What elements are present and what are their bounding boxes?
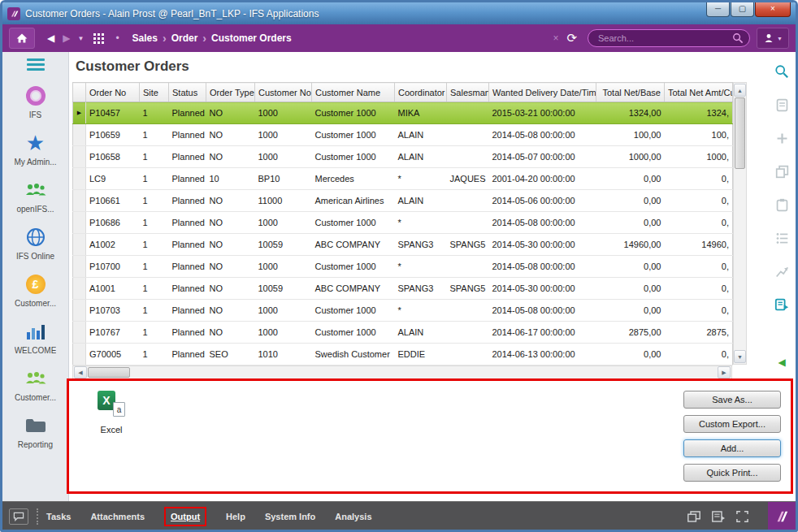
row-selector[interactable] xyxy=(73,124,86,146)
menu-icon[interactable] xyxy=(27,58,45,71)
table-cell[interactable]: NO xyxy=(206,190,255,212)
table-cell[interactable]: 0,00 xyxy=(596,190,665,212)
add-icon[interactable] xyxy=(774,130,790,146)
table-cell[interactable]: P10703 xyxy=(86,300,140,322)
table-cell[interactable]: 1 xyxy=(140,344,169,365)
feedback-button[interactable] xyxy=(9,508,28,525)
table-cell[interactable]: Customer 1000 xyxy=(312,146,395,168)
table-cell[interactable]: 0, xyxy=(665,256,733,278)
col-site[interactable]: Site xyxy=(140,83,169,102)
table-cell[interactable]: 1 xyxy=(140,168,169,190)
table-cell[interactable]: Planned xyxy=(169,322,206,344)
table-cell[interactable]: 1 xyxy=(140,190,169,212)
col-total-net-base[interactable]: Total Net/Base xyxy=(596,83,665,102)
table-cell[interactable]: 1000 xyxy=(255,124,312,146)
table-cell[interactable]: 1324, xyxy=(665,102,733,124)
table-cell[interactable]: 14960, xyxy=(665,234,733,256)
forward-button[interactable]: ▶ xyxy=(63,32,70,44)
search-input[interactable] xyxy=(588,29,750,47)
breadcrumb-order[interactable]: Order xyxy=(171,32,198,44)
table-cell[interactable]: P10686 xyxy=(86,212,140,234)
vertical-scrollbar[interactable]: ▲ ▼ xyxy=(733,82,747,365)
table-cell[interactable]: ALAIN xyxy=(395,322,447,344)
row-selector[interactable] xyxy=(73,190,86,212)
table-cell[interactable]: SPANG5 xyxy=(447,234,489,256)
table-cell[interactable]: 1 xyxy=(140,278,169,300)
col-status[interactable]: Status xyxy=(169,83,206,102)
table-row[interactable]: ▶P104571PlannedNO1000Customer 1000MIKA20… xyxy=(73,102,733,124)
table-cell[interactable]: 2014-05-08 00:00:00 xyxy=(489,124,596,146)
table-cell[interactable]: A1002 xyxy=(86,234,140,256)
sidebar-item-ifs[interactable]: IFS xyxy=(2,84,68,119)
excel-output-item[interactable]: X a Excel xyxy=(89,391,134,483)
table-cell[interactable]: 0, xyxy=(665,278,733,300)
note-icon[interactable] xyxy=(774,97,790,113)
table-cell[interactable]: * xyxy=(395,212,447,234)
table-cell[interactable]: American Airlines xyxy=(312,190,395,212)
table-cell[interactable]: 10059 xyxy=(255,234,312,256)
col-order-no[interactable]: Order No xyxy=(86,83,140,102)
col-wanted-delivery[interactable]: Wanted Delivery Date/Time xyxy=(489,83,596,102)
table-cell[interactable]: 1 xyxy=(140,256,169,278)
cancel-icon[interactable]: × xyxy=(553,32,558,44)
scroll-left-button[interactable]: ◀ xyxy=(74,366,87,378)
table-cell[interactable]: ALAIN xyxy=(395,190,447,212)
table-cell[interactable]: * xyxy=(395,168,447,190)
table-cell[interactable]: 0,00 xyxy=(596,278,665,300)
table-row[interactable]: A10011PlannedNO10059ABC COMPANYSPANG3SPA… xyxy=(73,278,733,300)
table-row[interactable]: G700051PlannedSEO1010Swedish CustomerEDD… xyxy=(73,344,733,365)
table-cell[interactable]: EDDIE xyxy=(395,344,447,365)
table-cell[interactable] xyxy=(447,212,489,234)
table-cell[interactable]: Mercedes xyxy=(312,168,395,190)
table-cell[interactable]: NO xyxy=(206,102,255,124)
row-selector[interactable] xyxy=(73,256,86,278)
table-cell[interactable]: P10457 xyxy=(86,102,140,124)
col-coordinator[interactable]: Coordinator xyxy=(395,83,447,102)
table-cell[interactable]: 10059 xyxy=(255,278,312,300)
table-cell[interactable]: NO xyxy=(206,256,255,278)
col-salesman[interactable]: Salesman xyxy=(447,83,489,102)
table-cell[interactable]: Planned xyxy=(169,278,206,300)
scroll-right-button[interactable]: ▶ xyxy=(718,366,731,378)
row-selector[interactable] xyxy=(73,146,86,168)
table-cell[interactable]: 100, xyxy=(665,124,733,146)
table-cell[interactable]: NO xyxy=(206,322,255,344)
table-cell[interactable]: NO xyxy=(206,234,255,256)
col-customer-name[interactable]: Customer Name xyxy=(312,83,395,102)
select-all-header[interactable] xyxy=(73,83,86,102)
copy-window-icon[interactable] xyxy=(774,163,790,179)
custom-export-button[interactable]: Custom Export... xyxy=(683,415,781,433)
tab-output[interactable]: Output xyxy=(171,512,200,521)
table-cell[interactable]: Customer 1000 xyxy=(312,124,395,146)
table-cell[interactable]: 14960,00 xyxy=(596,234,665,256)
table-cell[interactable]: * xyxy=(395,300,447,322)
table-cell[interactable]: 2001-04-20 00:00:00 xyxy=(489,168,596,190)
table-cell[interactable] xyxy=(447,300,489,322)
table-cell[interactable]: 1 xyxy=(140,322,169,344)
table-cell[interactable]: Planned xyxy=(169,168,206,190)
table-cell[interactable]: 1 xyxy=(140,234,169,256)
ifs-logo[interactable] xyxy=(768,502,796,531)
table-cell[interactable]: ALAIN xyxy=(395,124,447,146)
table-cell[interactable]: 2014-05-30 00:00:00 xyxy=(489,234,596,256)
table-cell[interactable] xyxy=(447,102,489,124)
row-selector[interactable] xyxy=(73,300,86,322)
table-cell[interactable]: P10767 xyxy=(86,322,140,344)
row-selector[interactable] xyxy=(73,278,86,300)
table-cell[interactable]: 0,00 xyxy=(596,344,665,365)
table-cell[interactable]: 2014-06-13 00:00:00 xyxy=(489,344,596,365)
table-cell[interactable]: 2015-03-21 00:00:00 xyxy=(489,102,596,124)
trend-chart-icon[interactable] xyxy=(774,263,790,279)
zoom-search-icon[interactable] xyxy=(774,63,790,80)
table-cell[interactable]: 1324,00 xyxy=(596,102,665,124)
table-cell[interactable]: 1 xyxy=(140,102,169,124)
table-cell[interactable]: 2014-05-07 00:00:00 xyxy=(489,146,596,168)
table-cell[interactable]: 2014-05-08 00:00:00 xyxy=(489,212,596,234)
col-order-type[interactable]: Order Type xyxy=(206,83,255,102)
user-menu-button[interactable]: ▼ xyxy=(757,28,789,49)
table-cell[interactable]: Planned xyxy=(169,300,206,322)
table-cell[interactable]: 1 xyxy=(140,300,169,322)
cascade-windows-icon[interactable] xyxy=(687,511,700,522)
table-cell[interactable]: 0,00 xyxy=(596,168,665,190)
table-row[interactable]: P107001PlannedNO1000Customer 1000*2014-0… xyxy=(73,256,733,278)
